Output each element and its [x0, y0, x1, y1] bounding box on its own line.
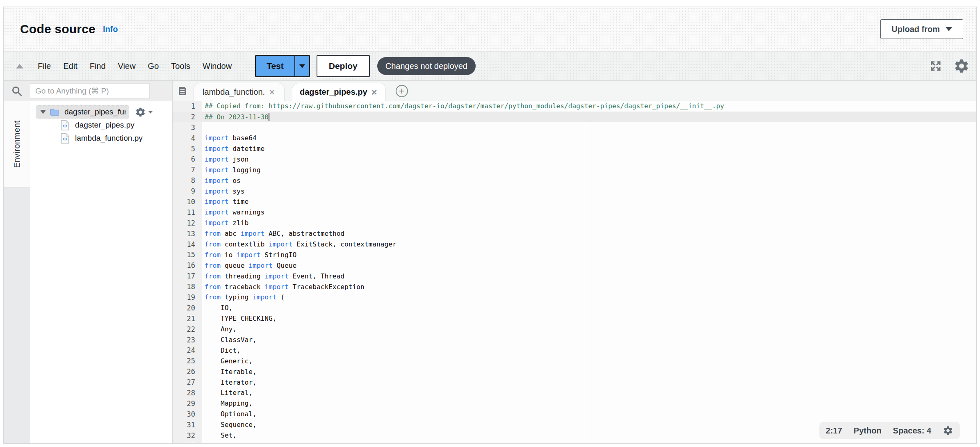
- menu-item-window[interactable]: Window: [196, 62, 238, 71]
- code-line[interactable]: 3: [173, 122, 976, 133]
- file-tree: dagster_pipes_funct dagster_pipes.pylamb…: [30, 101, 172, 443]
- line-number: 7: [173, 164, 202, 175]
- indentation-setting[interactable]: Spaces: 4: [893, 426, 931, 436]
- code-line[interactable]: 9import sys: [173, 186, 976, 196]
- code-line[interactable]: 17from threading import Event, Thread: [173, 271, 976, 281]
- code-line[interactable]: 29 Mapping,: [173, 398, 976, 409]
- code-text: import base64: [202, 134, 976, 142]
- code-line[interactable]: 1## Copied from: https://raw.githubuserc…: [173, 101, 976, 112]
- menu-item-tools[interactable]: Tools: [165, 62, 196, 71]
- test-button[interactable]: Test: [256, 56, 294, 76]
- code-text: ClassVar,: [202, 336, 976, 344]
- code-line[interactable]: 26 Iterable,: [173, 366, 976, 377]
- tab-environment[interactable]: Environment: [4, 101, 30, 187]
- file-list-icon[interactable]: [177, 86, 188, 96]
- cursor-position[interactable]: 2:17: [826, 426, 842, 436]
- tab-label: dagster_pipes.py: [300, 87, 367, 97]
- menu-item-view[interactable]: View: [112, 62, 142, 71]
- goto-anything-row: [4, 81, 172, 101]
- tree-file-lambda_function.py[interactable]: lambda_function.py: [30, 132, 172, 145]
- code-text: import json: [202, 155, 976, 163]
- goto-anything-input[interactable]: [30, 83, 150, 99]
- menu-item-go[interactable]: Go: [142, 62, 165, 71]
- menu-item-file[interactable]: File: [32, 62, 57, 71]
- editor-settings-gear-icon[interactable]: [943, 425, 953, 436]
- line-number: 1: [173, 101, 202, 112]
- close-icon[interactable]: ×: [268, 87, 276, 97]
- code-editor[interactable]: 1## Copied from: https://raw.githubuserc…: [173, 101, 976, 443]
- menu-bar: FileEditFindViewGoToolsWindow Test Deplo…: [4, 51, 976, 81]
- menu-item-find[interactable]: Find: [84, 62, 112, 71]
- code-line[interactable]: 14from contextlib import ExitStack, cont…: [173, 239, 976, 250]
- code-line[interactable]: 10import time: [173, 196, 976, 207]
- code-line[interactable]: 20 IO,: [173, 303, 976, 313]
- code-text: import os: [202, 177, 976, 185]
- deploy-button[interactable]: Deploy: [317, 55, 370, 77]
- code-text: import time: [202, 198, 976, 205]
- code-line[interactable]: 19from typing import (: [173, 292, 976, 303]
- code-text: from typing import (: [202, 293, 976, 301]
- editor-main: lambda_function.×dagster_pipes.py×+ 1## …: [173, 81, 976, 443]
- line-number: 20: [173, 303, 202, 313]
- line-number: 8: [173, 175, 202, 186]
- editor-status-bar: 2:17 Python Spaces: 4: [819, 422, 960, 439]
- code-line[interactable]: 2## On 2023-11-30: [173, 112, 976, 122]
- close-icon[interactable]: ×: [371, 87, 378, 97]
- tab-dagster_pipes.py[interactable]: dagster_pipes.py×: [292, 83, 386, 101]
- code-line[interactable]: 24 Dict,: [173, 345, 976, 356]
- tree-folder-chip[interactable]: dagster_pipes_funct: [36, 105, 129, 119]
- line-number: 26: [173, 366, 202, 377]
- collapse-menubar-icon[interactable]: [16, 64, 23, 68]
- code-line[interactable]: 33 TextIO: [173, 441, 976, 444]
- language-mode[interactable]: Python: [854, 426, 882, 436]
- chevron-expand-icon[interactable]: [40, 110, 46, 114]
- info-link[interactable]: Info: [103, 25, 118, 34]
- line-number: 22: [173, 324, 202, 335]
- upload-from-button[interactable]: Upload from: [880, 19, 963, 39]
- code-line[interactable]: 22 Any,: [173, 324, 976, 335]
- line-number: 15: [173, 249, 202, 260]
- code-line[interactable]: 30 Optional,: [173, 409, 976, 420]
- code-source-panel: Code source Info Upload from FileEditFin…: [3, 7, 977, 444]
- status-badge: Changes not deployed: [377, 57, 476, 75]
- code-line[interactable]: 8import os: [173, 175, 976, 186]
- code-line[interactable]: 21 TYPE_CHECKING,: [173, 313, 976, 324]
- folder-icon: [50, 107, 59, 116]
- code-line[interactable]: 11import warnings: [173, 207, 976, 218]
- tab-lambda_function[interactable]: lambda_function.×: [194, 83, 285, 101]
- code-line[interactable]: 5import datetime: [173, 144, 976, 154]
- code-text: from threading import Event, Thread: [202, 272, 976, 280]
- environment-strip: Environment: [4, 101, 30, 443]
- fullscreen-icon[interactable]: [930, 60, 942, 72]
- test-dropdown-button[interactable]: [294, 56, 309, 76]
- line-number: 33: [173, 441, 202, 444]
- code-line[interactable]: 23 ClassVar,: [173, 335, 976, 345]
- test-split-button[interactable]: Test: [255, 55, 310, 77]
- code-line[interactable]: 13from abc import ABC, abstractmethod: [173, 228, 976, 239]
- code-line[interactable]: 7import logging: [173, 164, 976, 175]
- new-tab-button[interactable]: +: [396, 85, 408, 97]
- code-line[interactable]: 15from io import StringIO: [173, 249, 976, 260]
- code-text: import zlib: [202, 219, 976, 227]
- tree-settings-control[interactable]: [135, 107, 153, 118]
- code-line[interactable]: 12import zlib: [173, 218, 976, 228]
- line-number: 27: [173, 377, 202, 388]
- code-line[interactable]: 6import json: [173, 154, 976, 164]
- panel-header: Code source Info Upload from: [4, 7, 976, 51]
- code-line[interactable]: 18from traceback import TracebackExcepti…: [173, 281, 976, 292]
- lambda-code-editor: Code source Info Upload from FileEditFin…: [0, 0, 980, 447]
- menu-item-edit[interactable]: Edit: [57, 62, 83, 71]
- code-text: from io import StringIO: [202, 251, 976, 259]
- code-text: import warnings: [202, 208, 976, 216]
- code-text: ## Copied from: https://raw.githubuserco…: [202, 102, 976, 110]
- code-line[interactable]: 25 Generic,: [173, 356, 976, 366]
- settings-gear-icon[interactable]: [953, 58, 970, 74]
- tree-file-dagster_pipes.py[interactable]: dagster_pipes.py: [30, 119, 172, 132]
- code-line[interactable]: 4import base64: [173, 133, 976, 144]
- code-line[interactable]: 28 Literal,: [173, 388, 976, 398]
- folder-name: dagster_pipes_funct: [64, 107, 126, 116]
- code-line[interactable]: 27 Iterator,: [173, 377, 976, 388]
- editor-body: Environment dagster_pipes_funct: [4, 81, 976, 443]
- tree-folder-row[interactable]: dagster_pipes_funct: [30, 105, 172, 119]
- code-line[interactable]: 16from queue import Queue: [173, 260, 976, 271]
